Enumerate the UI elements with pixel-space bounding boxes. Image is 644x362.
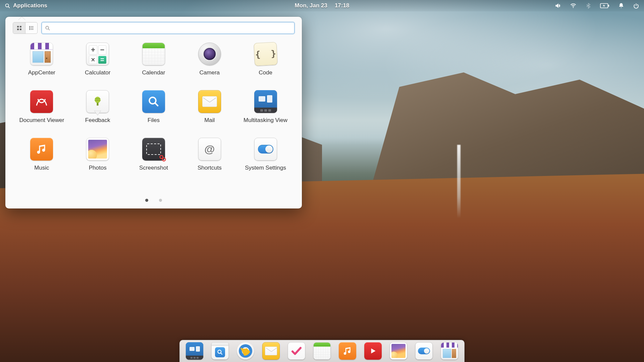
app-music[interactable]: Music	[15, 138, 68, 171]
applications-menu-button[interactable]: Applications	[5, 2, 47, 9]
app-files[interactable]: Files	[127, 90, 180, 124]
app-label: Document Viewer	[19, 117, 64, 124]
svg-line-24	[155, 103, 158, 106]
calendar-icon	[142, 43, 165, 65]
list-icon	[29, 25, 34, 31]
svg-rect-16	[31, 29, 34, 29]
grid-view-button[interactable]	[13, 22, 25, 34]
app-label: Code	[259, 69, 272, 76]
battery-charging-icon[interactable]	[600, 3, 609, 8]
svg-rect-7	[17, 26, 19, 27]
page-indicator	[145, 199, 162, 202]
page-dot-2[interactable]	[159, 199, 162, 202]
mail-icon	[198, 90, 221, 113]
app-label: Music	[34, 165, 49, 171]
app-label: Multitasking View	[244, 117, 287, 124]
system-settings-icon	[254, 138, 277, 161]
search-input[interactable]	[42, 22, 294, 34]
grid-icon	[16, 25, 22, 31]
panel-date[interactable]: Mon, Jan 23	[295, 2, 327, 9]
document-viewer-icon	[30, 90, 53, 113]
svg-point-19	[95, 97, 101, 103]
dock-system-settings[interactable]	[415, 342, 433, 360]
app-mail[interactable]: Mail	[183, 90, 236, 124]
svg-point-0	[5, 4, 8, 7]
svg-rect-20	[97, 103, 99, 106]
applications-label: Applications	[13, 2, 47, 9]
top-panel: Applications Mon, Jan 23 17:18	[0, 0, 644, 11]
multitasking-view-icon	[254, 90, 277, 113]
app-label: Mail	[204, 117, 215, 124]
view-mode-segmented	[13, 22, 38, 34]
app-label: AppCenter	[28, 69, 55, 76]
dock-music[interactable]	[339, 342, 356, 360]
svg-line-27	[162, 158, 163, 159]
files-icon	[142, 90, 165, 113]
shortcuts-icon: @	[198, 138, 221, 161]
app-label: Calculator	[85, 69, 111, 76]
svg-line-1	[8, 6, 10, 8]
app-shortcuts[interactable]: @ Shortcuts	[183, 138, 236, 171]
search-field-wrap	[42, 22, 294, 34]
app-feedback[interactable]: Feedback	[71, 90, 124, 124]
bluetooth-disabled-icon[interactable]	[585, 2, 591, 9]
svg-line-18	[48, 29, 50, 30]
app-document-viewer[interactable]: Document Viewer	[15, 90, 68, 124]
screenshot-icon	[142, 138, 165, 161]
list-view-button[interactable]	[25, 22, 37, 34]
app-appcenter[interactable]: AppCenter	[15, 43, 68, 76]
svg-rect-13	[29, 27, 30, 28]
dock	[179, 340, 465, 362]
applications-popover: AppCenter + − × = Calculator Calendar Ca…	[5, 17, 302, 208]
svg-rect-10	[19, 28, 21, 30]
notifications-icon[interactable]	[618, 2, 624, 9]
app-system-settings[interactable]: System Settings	[239, 138, 292, 171]
svg-rect-8	[19, 26, 21, 27]
app-calendar[interactable]: Calendar	[127, 43, 180, 76]
app-label: Feedback	[85, 117, 110, 124]
wallpaper-waterfall	[457, 145, 461, 219]
app-label: Calendar	[142, 69, 165, 76]
app-label: Photos	[89, 165, 107, 171]
appcenter-icon	[30, 43, 53, 65]
app-multitasking-view[interactable]: Multitasking View	[239, 90, 292, 124]
calculator-icon: + − × =	[86, 43, 109, 65]
photos-icon	[86, 138, 109, 161]
app-code[interactable]: { } Code	[239, 43, 292, 76]
app-calculator[interactable]: + − × = Calculator	[71, 43, 124, 76]
panel-time[interactable]: 17:18	[335, 2, 349, 9]
app-grid: AppCenter + − × = Calculator Calendar Ca…	[13, 39, 294, 171]
code-icon: { }	[254, 42, 277, 66]
dock-tasks[interactable]	[288, 342, 305, 360]
dock-web-browser[interactable]	[237, 342, 254, 360]
volume-icon[interactable]	[554, 2, 561, 9]
dock-appcenter[interactable]	[441, 342, 458, 360]
launcher-toolbar	[13, 22, 294, 34]
app-screenshot[interactable]: Screenshot	[127, 138, 180, 171]
dock-calendar[interactable]	[313, 342, 331, 360]
svg-rect-4	[608, 5, 609, 7]
music-icon	[30, 138, 53, 161]
feedback-icon	[86, 90, 109, 113]
page-dot-1[interactable]	[145, 199, 148, 202]
svg-rect-9	[17, 28, 19, 30]
camera-icon	[198, 43, 221, 65]
svg-rect-15	[29, 29, 30, 30]
app-label: Camera	[200, 69, 220, 76]
app-camera[interactable]: Camera	[183, 43, 236, 76]
dock-photos[interactable]	[390, 342, 407, 360]
power-icon[interactable]	[633, 3, 639, 9]
svg-rect-11	[29, 26, 30, 27]
dock-mail[interactable]	[262, 342, 280, 360]
svg-line-29	[221, 353, 222, 355]
dock-videos[interactable]	[364, 342, 382, 360]
search-icon	[5, 3, 10, 9]
app-photos[interactable]: Photos	[71, 138, 124, 171]
svg-point-17	[46, 26, 49, 29]
dock-multitasking-view[interactable]	[186, 342, 203, 360]
app-label: Screenshot	[139, 165, 168, 171]
wifi-icon[interactable]	[570, 2, 577, 9]
dock-files[interactable]	[211, 342, 229, 360]
app-label: Shortcuts	[198, 165, 222, 171]
svg-point-2	[573, 7, 574, 8]
